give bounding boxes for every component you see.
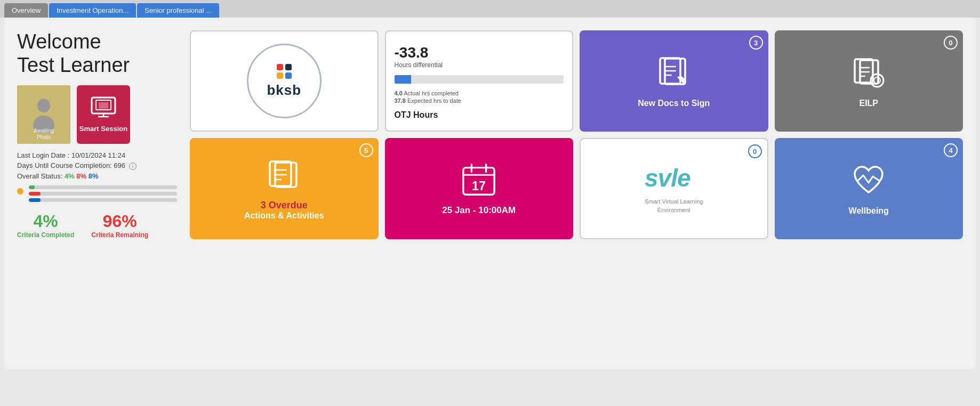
stats-row: 4% Criteria Completed 96% Criteria Remai… [17,212,177,239]
profile-row: AwaitingPhoto Smart Session [17,85,177,144]
right-grid: bksb -33.8 Hours differential 4.0 Actual… [190,30,963,239]
otj-progress-track [395,75,564,84]
otj-value: -33.8 [395,44,429,61]
progress-bar-fill-green [29,185,35,189]
main-card: Welcome Test Learner AwaitingPhoto [4,18,976,369]
avatar: AwaitingPhoto [17,85,70,144]
info-icon[interactable]: i [129,163,136,170]
last-login-info: Last Login Date : 10/01/2024 11:24 [17,151,177,159]
otj-subtitle: Hours differential [395,61,443,69]
monitor-icon [91,96,116,118]
eilp-icon [849,54,888,94]
tile-otj[interactable]: -33.8 Hours differential 4.0 Actual hrs … [385,30,574,132]
otj-progress-fill [395,75,412,84]
status-pct2: 8% [76,172,86,180]
progress-section [17,185,177,202]
wellbeing-label: Wellbeing [844,206,894,216]
svle-logo: svle [645,163,703,194]
progress-bar-track-1 [29,185,177,189]
tabs-bar: Overview Investment Operation... Senior … [0,0,980,18]
overdue-badge: 5 [359,143,373,157]
new-docs-icon [655,54,693,94]
eilp-label: EILP [854,99,883,108]
progress-bar-track-2 [29,192,177,196]
avatar-awaiting-text: AwaitingPhoto [34,128,54,141]
stat-completed-value: 4% [17,212,74,231]
tile-overdue[interactable]: 5 3 Overdue Actions & Activities [190,138,379,239]
calendar-icon: 17 [460,161,497,202]
smart-session-icon [91,96,116,123]
bksb-circle: bksb [247,44,322,118]
welcome-title: Welcome Test Learner [17,30,177,77]
otj-actual-line: 4.0 Actual hrs completed [395,90,461,96]
overdue-title: 3 Overdue [261,200,308,211]
overdue-subtitle: Actions & Activities [244,211,324,221]
progress-bar-track-3 [29,198,177,202]
stat-remaining-label: Criteria Remaining [91,231,148,239]
otj-expected-line: 37.8 Expected hrs to date [395,98,461,104]
stat-completed: 4% Criteria Completed [17,212,74,239]
svg-rect-19 [270,161,291,186]
status-pct3: 8% [89,172,99,180]
progress-bar-fill-red [29,192,41,196]
svg-rect-6 [99,102,108,109]
bksb-dot-dark [285,64,292,70]
tile-wellbeing[interactable]: 4 Wellbeing [775,138,963,239]
bksb-text: bksb [267,82,301,99]
tile-calendar[interactable]: 17 25 Jan - 10:00AM [385,138,574,239]
bksb-dots [277,64,292,79]
progress-bar-fill-blue [29,198,41,202]
progress-dot [17,188,23,194]
layout: Welcome Test Learner AwaitingPhoto [17,30,963,239]
overall-status-line: Overall Status: 4% 8% 8% [17,172,177,180]
smart-session-button[interactable]: Smart Session [77,85,130,144]
bksb-logo: bksb [267,64,301,99]
svg-point-0 [37,99,50,112]
tile-svle[interactable]: 0 svle Smart Virtual Learning Environmen… [580,138,768,239]
bksb-dot-orange [277,72,283,79]
tab-investment[interactable]: Investment Operation... [49,3,136,18]
tile-eilp[interactable]: 0 EILP [775,30,963,132]
tab-senior[interactable]: Senior professional ... [137,3,219,18]
tile-bksb[interactable]: bksb [190,30,379,132]
otj-stats: 4.0 Actual hrs completed 37.8 Expected h… [395,90,461,105]
wellbeing-badge: 4 [944,143,958,157]
eilp-badge: 0 [944,36,958,50]
bksb-dot-blue [285,72,292,79]
new-docs-badge: 3 [749,36,763,50]
svle-badge: 0 [748,144,762,158]
svg-text:svle: svle [645,164,690,190]
stat-remaining-value: 96% [91,212,148,231]
left-panel: Welcome Test Learner AwaitingPhoto [17,30,177,239]
new-docs-label: New Docs to Sign [632,99,715,108]
calendar-label: 25 Jan - 10:00AM [442,205,516,216]
tab-overview[interactable]: Overview [4,3,48,18]
wellbeing-icon [849,161,888,202]
days-until-info: Days Until Course Completion: 696 i [17,161,177,170]
tile-new-docs[interactable]: 3 New Docs to Sign [580,30,768,132]
overdue-icon [268,157,301,197]
stat-completed-label: Criteria Completed [17,231,74,239]
status-pct1: 4% [65,172,75,180]
smart-session-label: Smart Session [79,125,127,133]
svle-sub-text: Smart Virtual Learning Environment [645,198,703,214]
progress-bars [29,185,177,202]
otj-title: OTJ Hours [395,110,564,120]
svg-text:17: 17 [472,179,486,193]
stat-remaining: 96% Criteria Remaining [91,212,148,239]
bksb-dot-red [277,64,283,70]
